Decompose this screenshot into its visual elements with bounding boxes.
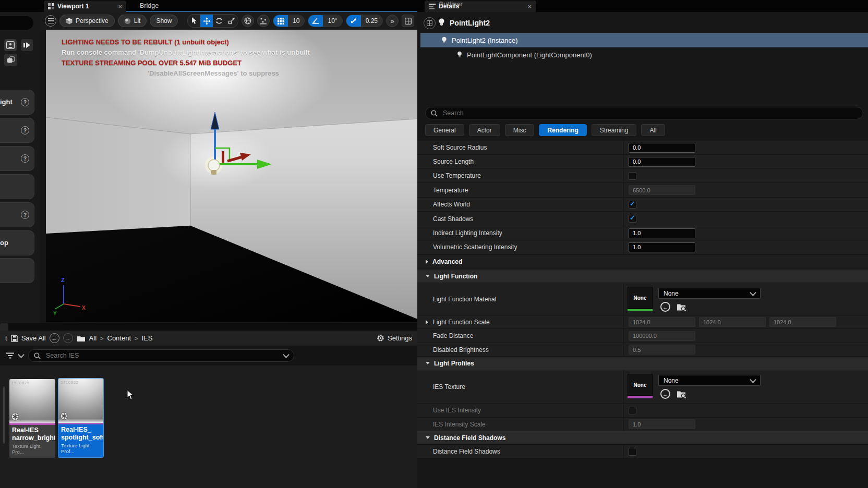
asset-tile-narrow-bright[interactable]: 1970825 Real-IES_ narrow_bright Texture … [9,379,55,458]
grid-snap-control[interactable]: 10 [273,15,305,27]
sidebar-card[interactable] [0,118,34,143]
tab-bridge[interactable]: Bridge [140,2,159,9]
more-tools-icon[interactable] [386,15,399,27]
use-temperature-checkbox[interactable] [629,172,636,180]
help-icon[interactable] [21,98,29,106]
ies-texture-dropdown[interactable]: None [658,375,761,386]
property-row-use-temperature: Use Temperature [417,169,868,183]
surface-snap-button[interactable] [257,15,270,27]
asset-search-input[interactable] [45,351,280,360]
property-row-volumetric-scattering-intensity: Volumetric Scattering Intensity [417,240,868,254]
section-light-profiles[interactable]: Light Profiles [417,357,868,370]
rotate-tool-button[interactable] [213,15,225,27]
globe-icon [244,17,251,25]
content-drawer-tab[interactable] [0,323,8,331]
texture-color-bar [628,396,653,398]
section-light-function[interactable]: Light Function [417,270,868,283]
search-icon [34,352,41,359]
filter-tab-misc[interactable]: Misc [505,124,535,136]
distance-field-shadows-checkbox[interactable] [629,448,636,456]
section-label: Light Profiles [434,360,474,367]
scale-snap-control[interactable]: 0.25 [346,15,383,27]
use-selected-asset-icon[interactable] [660,302,670,312]
tree-row-component[interactable]: PointLightComponent (LightComponent0) [420,48,868,62]
tab-viewport-1[interactable]: Viewport 1 [44,1,126,12]
viewport-toolbar: Perspective Lit Show [40,12,417,30]
dock-grid-icon[interactable] [424,17,436,29]
help-icon[interactable] [21,126,29,135]
sidebar-search-pill[interactable] [0,16,33,30]
filter-tab-general[interactable]: General [425,124,464,136]
tab-details[interactable]: Details Outliner [425,1,536,12]
light-function-material-dropdown[interactable]: None [658,288,761,299]
soft-source-radius-input[interactable] [629,143,695,153]
volumetric-scattering-intensity-input[interactable] [629,242,695,252]
cast-shadows-checkbox[interactable] [629,215,636,223]
search-chevron-down-icon[interactable] [283,351,290,358]
close-icon[interactable] [118,3,122,10]
scrollbar[interactable] [3,386,5,444]
browse-to-asset-icon[interactable] [677,390,686,398]
perspective-button[interactable]: Perspective [59,15,115,27]
ies-texture-thumbnail[interactable]: None [628,374,653,396]
chevron-right-icon [426,260,428,264]
asset-tile-spotlight-soft[interactable]: 5710922 Real-IES_ spotlight_soft_ Textur… [58,378,104,458]
fade-distance-input [629,331,695,341]
viewport-3d-scene[interactable]: LIGHTING NEEDS TO BE REBUILT (1 unbuilt … [46,30,417,322]
details-search-box[interactable] [425,107,863,119]
scale-icon [228,17,235,25]
sidebar-shapes-button[interactable] [4,54,17,66]
lit-button[interactable]: Lit [118,15,147,27]
breadcrumb-content[interactable]: Content [107,334,131,342]
filter-tab-rendering[interactable]: Rendering [539,124,586,136]
sidebar-card[interactable] [0,202,34,227]
filter-icon[interactable] [6,352,14,359]
select-tool-button[interactable] [188,15,200,27]
sidebar-play-button[interactable] [21,39,33,51]
filter-tab-actor[interactable]: Actor [469,124,500,136]
save-all-button[interactable]: Save All [11,334,46,342]
section-distance-field-shadows[interactable]: Distance Field Shadows [417,431,868,445]
viewport-layout-button[interactable] [402,15,414,27]
back-icon[interactable] [50,333,59,343]
light-function-material-thumbnail[interactable]: None [628,287,653,309]
point-light-icon [457,51,462,58]
scale-tool-button[interactable] [225,15,238,27]
help-icon[interactable] [21,211,29,219]
move-tool-button[interactable] [200,15,213,27]
settings-button[interactable]: Settings [377,334,412,342]
close-icon[interactable] [527,3,532,10]
sidebar-card[interactable] [0,258,34,283]
indirect-lighting-intensity-input[interactable] [629,228,695,238]
sidebar-card[interactable] [0,174,34,199]
help-icon[interactable] [21,154,29,163]
tree-row-instance[interactable]: PointLight2 (Instance) [420,33,868,47]
source-length-input[interactable] [629,157,695,167]
rotation-snap-control[interactable]: 10° [308,15,342,27]
scale-snap-value[interactable]: 0.25 [361,15,382,27]
filter-tab-streaming[interactable]: Streaming [592,124,637,136]
folder-icon[interactable] [77,335,86,342]
affects-world-checkbox[interactable] [629,201,636,209]
filter-chevron-down-icon[interactable] [18,351,25,358]
grid-snap-value[interactable]: 10 [288,15,304,27]
asset-search-box[interactable] [28,349,294,362]
sidebar-card-light[interactable]: ight [0,90,34,115]
truncated-label: t [5,334,7,342]
details-search-input[interactable] [442,109,858,117]
viewport-menu-icon[interactable] [45,15,56,27]
move-gizmo[interactable] [202,111,275,178]
sidebar-person-button[interactable] [4,39,17,51]
breadcrumb-root[interactable]: All [89,334,97,342]
rotation-snap-value[interactable]: 10° [323,15,342,27]
filter-tab-all[interactable]: All [641,124,665,136]
use-selected-asset-icon[interactable] [660,389,670,399]
world-local-toggle-button[interactable] [242,15,254,27]
sidebar-card[interactable] [0,146,34,171]
section-advanced[interactable]: Advanced [417,255,868,269]
browse-to-asset-icon[interactable] [677,303,686,311]
breadcrumb-ies[interactable]: IES [141,334,152,342]
sidebar-card-op[interactable]: op [0,230,34,255]
show-button[interactable]: Show [150,15,178,27]
forward-icon[interactable] [63,333,73,343]
